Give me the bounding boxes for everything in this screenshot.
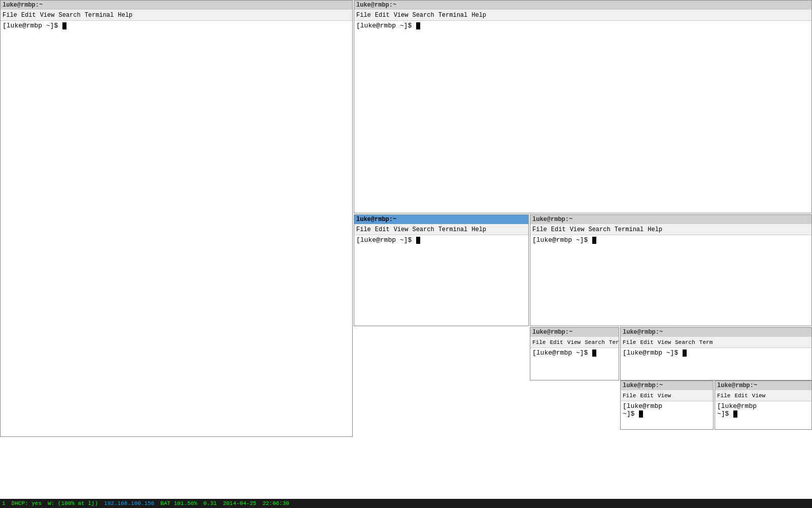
cursor-bmr [683,350,687,357]
menu-bar-bml: File Edit View Search Term [530,337,619,348]
menu-bar-top-right: File Edit View Search Terminal Help [354,10,811,21]
prompt-top-left: [luke@rmbp ~]$ [3,22,58,29]
menu-help-tl[interactable]: Help [118,12,132,19]
menu-edit-tr[interactable]: Edit [375,12,390,19]
menu-file-bbr[interactable]: File [717,393,730,399]
cursor-bbl [639,410,643,418]
terminal-content-mid-left[interactable]: [luke@rmbp ~]$ [354,235,528,326]
prompt-bbr-2: ~]$ [717,410,733,418]
terminal-content-bbr[interactable]: [luke@rmbp ~]$ [715,401,811,429]
menu-edit-bml[interactable]: Edit [550,339,563,345]
menu-terminal-tr[interactable]: Terminal [438,12,468,19]
menu-search-bmr[interactable]: Search [675,339,695,345]
menu-edit-bbr[interactable]: Edit [734,393,748,399]
menu-view-tr[interactable]: View [394,12,409,19]
menu-file-mr[interactable]: File [532,226,547,233]
menu-bar-mid-left: File Edit View Search Terminal Help [354,224,528,235]
menu-terminal-bml[interactable]: Term [609,339,619,345]
title-text-bbr: luke@rmbp:~ [717,382,757,389]
prompt-bml: [luke@rmbp ~]$ [532,349,588,357]
menu-view-bbr[interactable]: View [752,393,765,399]
menu-terminal-mr[interactable]: Terminal [615,226,644,233]
title-text-bml: luke@rmbp:~ [532,329,572,336]
menu-help-mr[interactable]: Help [648,226,662,233]
menu-file-tl[interactable]: File [3,12,17,19]
menu-view-bbl[interactable]: View [658,393,671,399]
status-ip: 192.168.100.156 [104,500,154,506]
menu-view-tl[interactable]: View [40,12,55,19]
menu-view-bml[interactable]: View [567,339,581,345]
title-text-mid-right: luke@rmbp:~ [532,216,572,223]
terminal-content-mid-right[interactable]: [luke@rmbp ~]$ [530,235,811,326]
title-bar-bml: luke@rmbp:~ [530,328,619,337]
menu-edit-bbl[interactable]: Edit [640,393,653,399]
prompt-bbr: [luke@rmbp [717,402,757,410]
terminal-bot-bot-right[interactable]: luke@rmbp:~ File Edit View [luke@rmbp ~]… [715,380,812,430]
menu-search-tl[interactable]: Search [58,12,80,19]
status-time: 22:06:30 [262,500,289,506]
cursor-top-right [416,22,420,29]
menu-view-ml[interactable]: View [394,226,409,233]
status-load: 0.31 [204,500,217,506]
cursor-top-left [62,22,66,29]
space-tr [412,22,416,29]
menu-view-bmr[interactable]: View [658,339,671,345]
prompt-top-right: [luke@rmbp ~]$ [356,22,412,29]
terminal-top-right[interactable]: luke@rmbp:~ File Edit View Search Termin… [354,0,812,213]
title-bar-mid-left: luke@rmbp:~ [354,215,528,224]
menu-help-ml[interactable]: Help [471,226,486,233]
menu-search-tr[interactable]: Search [412,12,434,19]
title-text-top-right: luke@rmbp:~ [356,2,396,9]
status-num: 1 [2,500,6,506]
space-ml [412,236,416,244]
menu-file-ml[interactable]: File [356,226,371,233]
title-text-mid-left: luke@rmbp:~ [356,216,396,223]
menu-bar-bmr: File Edit View Search Term [621,337,811,348]
prompt-bbl: [luke@rmbp [623,402,662,410]
menu-edit-mr[interactable]: Edit [551,226,566,233]
prompt-mid-left: [luke@rmbp ~]$ [356,236,412,244]
terminal-bot-mid-left[interactable]: luke@rmbp:~ File Edit View Search Term [… [530,327,619,380]
terminal-mid-right[interactable]: luke@rmbp:~ File Edit View Search Termin… [530,214,812,326]
terminal-top-left[interactable]: luke@rmbp:~ File Edit View Search Termin… [0,0,353,437]
menu-search-ml[interactable]: Search [412,226,434,233]
space-tl [58,22,62,29]
menu-terminal-bmr[interactable]: Term [699,339,713,345]
prompt-bmr: [luke@rmbp ~]$ [623,349,678,357]
prompt-mid-right: [luke@rmbp ~]$ [532,236,588,244]
menu-search-mr[interactable]: Search [588,226,610,233]
menu-terminal-tl[interactable]: Terminal [85,12,114,19]
menu-search-bml[interactable]: Search [585,339,605,345]
menu-bar-bbl: File Edit View [621,390,713,401]
terminal-content-bmr[interactable]: [luke@rmbp ~]$ [621,348,811,380]
status-date: 2014-04-25 [223,500,256,506]
menu-file-bml[interactable]: File [532,339,546,345]
terminal-bot-bot-left[interactable]: luke@rmbp:~ File Edit View [luke@rmbp ~]… [620,380,714,430]
title-bar-top-right: luke@rmbp:~ [354,1,811,10]
menu-terminal-ml[interactable]: Terminal [438,226,468,233]
title-bar-mid-right: luke@rmbp:~ [530,215,811,224]
menu-view-mr[interactable]: View [570,226,585,233]
menu-file-tr[interactable]: File [356,12,371,19]
title-bar-bbr: luke@rmbp:~ [715,381,811,390]
title-text-bbl: luke@rmbp:~ [623,382,663,389]
terminal-content-top-left[interactable]: [luke@rmbp ~]$ [1,21,352,436]
cursor-mid-left [416,237,420,244]
status-battery: BAT 101.56% [160,500,197,506]
menu-edit-ml[interactable]: Edit [375,226,390,233]
terminal-content-top-right[interactable]: [luke@rmbp ~]$ [354,21,811,213]
terminal-bot-mid-right[interactable]: luke@rmbp:~ File Edit View Search Term [… [620,327,812,380]
status-dhcp: DHCP: yes [12,500,42,506]
terminal-mid-left[interactable]: luke@rmbp:~ File Edit View Search Termin… [354,214,529,326]
title-bar-top-left: luke@rmbp:~ [1,1,352,10]
cursor-mid-right [592,237,596,244]
menu-bar-bbr: File Edit View [715,390,811,401]
terminal-content-bml[interactable]: [luke@rmbp ~]$ [530,348,619,380]
terminal-content-bbl[interactable]: [luke@rmbp ~]$ [621,401,713,429]
menu-help-tr[interactable]: Help [471,12,486,19]
menu-file-bbl[interactable]: File [623,393,636,399]
title-bar-bbl: luke@rmbp:~ [621,381,713,390]
menu-edit-bmr[interactable]: Edit [640,339,653,345]
menu-file-bmr[interactable]: File [623,339,636,345]
menu-edit-tl[interactable]: Edit [21,12,36,19]
